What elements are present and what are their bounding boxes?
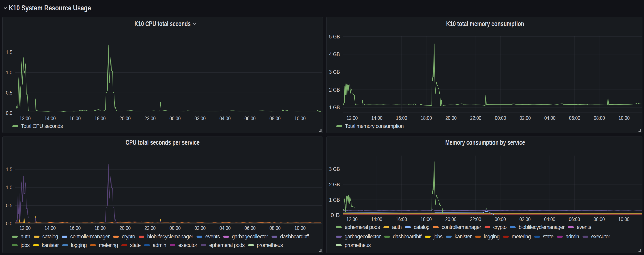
svg-text:K10 CPU total seconds: K10 CPU total seconds	[134, 20, 191, 27]
svg-text:Memory consumption by service: Memory consumption by service	[445, 138, 525, 146]
svg-text:K10 total memory consumption: K10 total memory consumption	[446, 20, 524, 27]
svg-text:CPU total seconds per service: CPU total seconds per service	[126, 138, 200, 146]
svg-text:K10 System Resource Usage: K10 System Resource Usage	[9, 4, 91, 12]
